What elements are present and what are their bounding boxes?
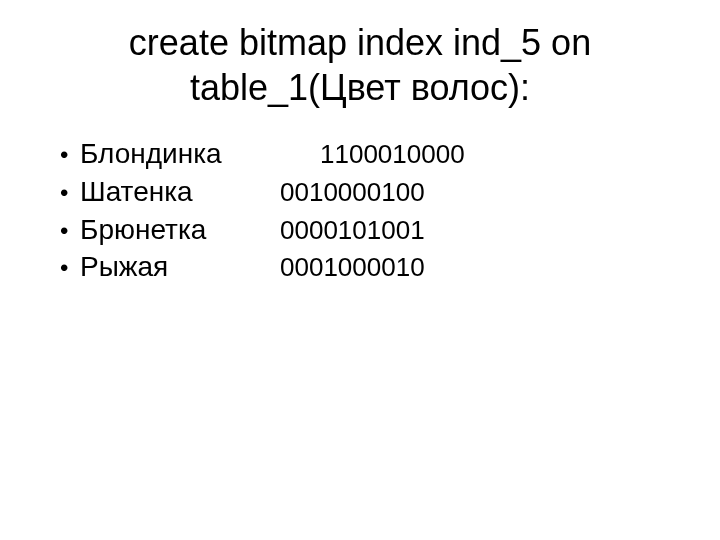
item-code: 0001000010 [280,250,425,285]
item-label: Брюнетка [80,211,280,249]
list-item: • Шатенка 0010000100 [60,173,670,211]
item-code: 0000101001 [280,213,425,248]
bullet-icon: • [60,252,80,284]
item-code: 1100010000 [320,137,465,172]
item-label: Рыжая [80,248,280,286]
bullet-icon: • [60,139,80,171]
list-item: • Блондинка 1100010000 [60,135,670,173]
item-label: Шатенка [80,173,280,211]
bitmap-list: • Блондинка 1100010000 • Шатенка 0010000… [50,135,670,286]
slide-title: create bitmap index ind_5 on table_1(Цве… [50,20,670,110]
bullet-icon: • [60,177,80,209]
item-code: 0010000100 [280,175,425,210]
list-item: • Брюнетка 0000101001 [60,211,670,249]
item-label: Блондинка [80,135,320,173]
bullet-icon: • [60,215,80,247]
list-item: • Рыжая 0001000010 [60,248,670,286]
